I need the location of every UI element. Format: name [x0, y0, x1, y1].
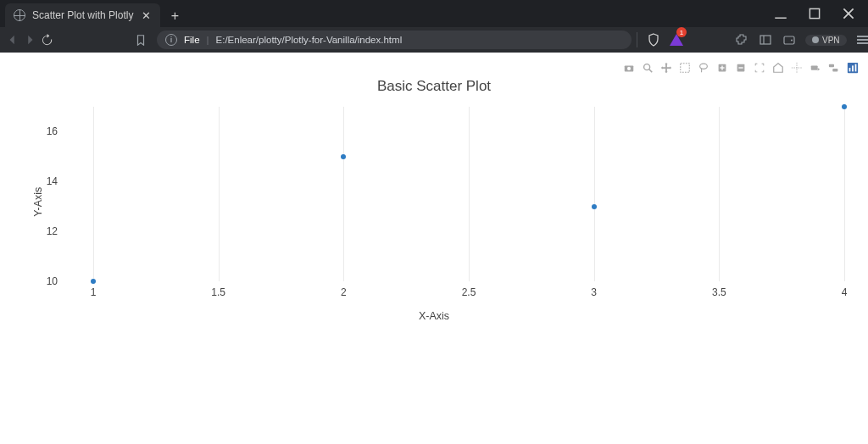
svg-rect-27 — [855, 64, 857, 72]
vpn-button[interactable]: VPN — [805, 35, 847, 46]
close-icon[interactable]: ✕ — [140, 9, 152, 21]
browser-chrome: Scatter Plot with Plotly ✕ + i File | E:… — [0, 0, 868, 53]
minimize-icon[interactable] — [773, 6, 788, 21]
hover-closest-icon[interactable] — [809, 61, 822, 75]
x-tick-label: 2.5 — [462, 286, 476, 298]
svg-rect-22 — [829, 64, 834, 68]
grid-line — [594, 107, 595, 281]
chart-container: Basic Scatter Plot Y-Axis 11.522.533.541… — [0, 78, 868, 322]
box-select-icon[interactable] — [678, 61, 692, 75]
notification-badge: 1 — [676, 27, 687, 37]
grid-line — [343, 107, 344, 281]
grid-line — [219, 107, 220, 281]
y-axis-label: Y-Axis — [32, 187, 44, 217]
grid-line — [469, 107, 470, 281]
reset-icon[interactable] — [771, 61, 785, 75]
data-point[interactable] — [91, 279, 96, 284]
chart-title: Basic Scatter Plot — [0, 78, 868, 95]
toolbar: i File | E:/Enlear/plotty/Plotly-for-Van… — [0, 27, 868, 53]
svg-rect-21 — [811, 65, 818, 69]
plotly-logo-icon[interactable] — [846, 61, 860, 75]
sidebar-icon[interactable] — [758, 32, 773, 47]
x-tick-label: 3 — [591, 286, 597, 298]
grid-line — [93, 107, 94, 281]
data-point[interactable] — [341, 154, 346, 159]
brave-icon[interactable]: 1 — [670, 34, 683, 46]
new-tab-button[interactable]: + — [164, 5, 186, 27]
x-tick-label: 2 — [341, 286, 347, 298]
divider — [637, 32, 637, 47]
x-tick-label: 4 — [842, 286, 848, 298]
svg-rect-25 — [849, 68, 851, 71]
tab-title: Scatter Plot with Plotly — [32, 9, 133, 21]
data-point[interactable] — [592, 204, 597, 209]
shield-icon[interactable] — [646, 32, 661, 47]
titlebar: Scatter Plot with Plotly ✕ + — [0, 0, 868, 27]
forward-button[interactable] — [24, 30, 36, 50]
address-bar[interactable]: i File | E:/Enlear/plotty/Plotly-for-Van… — [157, 31, 632, 49]
wallet-icon[interactable] — [782, 32, 797, 47]
window-controls — [773, 6, 868, 21]
svg-rect-26 — [852, 65, 854, 71]
info-icon[interactable]: i — [165, 34, 177, 46]
url-scheme: File — [184, 35, 200, 45]
data-point[interactable] — [842, 104, 847, 109]
globe-icon — [14, 9, 25, 21]
plotly-modebar — [622, 61, 860, 75]
tab-active[interactable]: Scatter Plot with Plotly ✕ — [5, 3, 160, 27]
svg-rect-4 — [760, 36, 771, 44]
x-tick-label: 1 — [91, 286, 97, 298]
zoom-in-icon[interactable] — [715, 61, 729, 75]
camera-icon[interactable] — [622, 61, 636, 75]
x-tick-label: 1.5 — [211, 286, 225, 298]
reload-button[interactable] — [41, 30, 53, 50]
autoscale-icon[interactable] — [753, 61, 766, 75]
y-tick-label: 12 — [47, 225, 64, 237]
url-separator: | — [207, 35, 209, 45]
grid-line — [719, 107, 720, 281]
svg-rect-1 — [810, 8, 819, 18]
svg-rect-0 — [775, 18, 787, 19]
back-button[interactable] — [7, 30, 19, 50]
vpn-status-icon — [812, 36, 819, 43]
x-axis-label: X-Axis — [0, 310, 868, 322]
vpn-label: VPN — [822, 36, 840, 45]
x-tick-label: 3.5 — [712, 286, 726, 298]
svg-rect-6 — [784, 36, 794, 44]
zoom-icon[interactable] — [641, 61, 654, 75]
y-tick-label: 14 — [47, 175, 64, 187]
svg-rect-23 — [832, 69, 837, 72]
maximize-icon[interactable] — [807, 6, 822, 21]
svg-point-9 — [627, 67, 631, 70]
url-path: E:/Enlear/plotty/Plotly-for-Vanilla/inde… — [216, 35, 403, 45]
svg-point-10 — [644, 64, 650, 70]
plot-area[interactable]: Y-Axis 11.522.533.5410121416 — [64, 107, 853, 302]
menu-button[interactable] — [855, 32, 868, 47]
tab-strip: Scatter Plot with Plotly ✕ + — [0, 0, 186, 27]
svg-line-11 — [649, 69, 653, 73]
svg-point-7 — [791, 40, 793, 42]
toolbar-right: 1 VPN — [637, 32, 868, 47]
page-content: Basic Scatter Plot Y-Axis 11.522.533.541… — [0, 53, 868, 444]
zoom-out-icon[interactable] — [734, 61, 748, 75]
grid-line — [844, 107, 845, 281]
y-tick-label: 16 — [47, 125, 64, 137]
svg-rect-12 — [681, 64, 690, 73]
hover-compare-icon[interactable] — [827, 61, 841, 75]
pan-icon[interactable] — [659, 61, 673, 75]
bookmark-button[interactable] — [135, 34, 147, 46]
spike-icon[interactable] — [790, 61, 804, 75]
close-window-icon[interactable] — [841, 6, 856, 21]
svg-point-13 — [700, 64, 708, 69]
y-tick-label: 10 — [47, 275, 64, 287]
lasso-icon[interactable] — [697, 61, 710, 75]
hamburger-icon — [857, 36, 868, 44]
extensions-icon[interactable] — [734, 32, 749, 47]
